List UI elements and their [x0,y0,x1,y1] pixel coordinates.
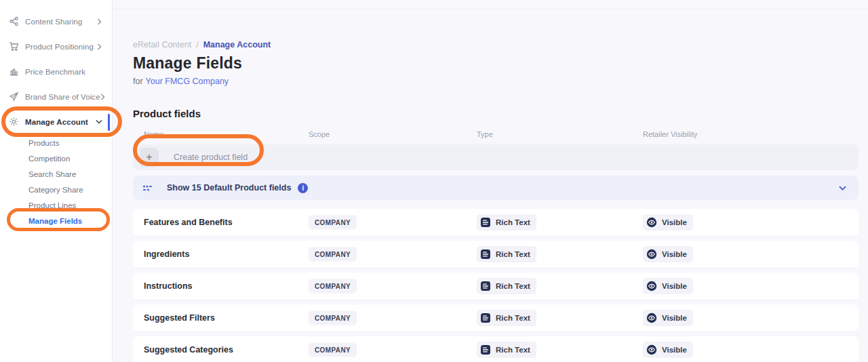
visibility-badge: Visible [643,342,693,358]
visibility-badge: Visible [643,278,693,294]
for-label: for [133,77,143,86]
subitem-label: Manage Fields [28,217,82,225]
chevron-right-icon [96,18,102,25]
scope-badge: COMPANY [309,311,357,325]
eye-icon [646,281,657,291]
scope-badge: COMPANY [309,216,357,230]
table-row[interactable]: Suggested Categories COMPANY Rich Text V… [133,336,859,362]
breadcrumb-separator: / [196,40,198,49]
share-icon [8,16,20,27]
field-name: Ingredients [144,249,189,259]
eye-icon [646,249,657,260]
sidebar-subitem-products[interactable]: Products [0,135,112,150]
rich-text-icon [480,313,491,323]
type-badge: Rich Text [477,310,536,326]
chevron-right-icon [96,43,102,50]
show-default-fields-toggle[interactable]: Show 15 Default Product fields i [133,176,859,200]
bar-chart-icon [8,66,20,77]
table-row[interactable]: Suggested Filters COMPANY Rich Text Visi… [133,304,859,331]
table-row[interactable]: Features and Benefits COMPANY Rich Text … [133,209,859,236]
table-row[interactable]: Instructions COMPANY Rich Text Visible [133,273,859,300]
breadcrumb: eRetail Content / Manage Account [133,40,859,49]
create-product-field-label: Create product field [174,153,248,162]
type-badge: Rich Text [477,214,536,230]
sidebar-item-label: Product Positioning [25,43,96,51]
column-header-scope: Scope [309,130,330,138]
scope-badge: COMPANY [309,343,357,357]
sidebar-item-label: Manage Account [25,118,96,126]
sidebar-item-content-sharing[interactable]: Content Sharing [0,9,112,34]
rich-text-icon [480,281,491,291]
sidebar-subitem-search-share[interactable]: Search Share [0,166,112,182]
page-subtitle: forYour FMCG Company [133,77,859,86]
chevron-down-icon [96,119,102,125]
field-name: Suggested Filters [144,313,215,323]
default-fields-icon [142,184,153,193]
sidebar-item-brand-share-of-voice[interactable]: Brand Share of Voice [0,84,112,109]
create-product-field-row[interactable]: + Create product field [133,144,859,170]
field-name: Features and Benefits [144,218,233,227]
breadcrumb-section: eRetail Content [133,40,191,49]
sidebar-item-label: Price Benchmark [25,68,102,76]
column-header-retailer-visibility: Retailer Visibility [643,130,698,138]
table-row[interactable]: Ingredients COMPANY Rich Text Visible [133,241,859,268]
subitem-label: Category Share [28,186,83,194]
gear-icon [8,116,20,127]
field-name: Suggested Categories [144,345,233,355]
section-title: Product fields [133,108,859,119]
visibility-badge: Visible [643,246,693,262]
subitem-label: Competition [28,155,70,163]
text-cursor-bar [108,114,110,131]
sidebar-item-product-positioning[interactable]: Product Positioning [0,34,112,59]
column-header-type: Type [477,130,493,138]
info-icon[interactable]: i [298,183,308,193]
eye-icon [646,217,657,228]
sidebar-item-price-benchmark[interactable]: Price Benchmark [0,59,112,84]
field-name: Instructions [144,281,193,291]
column-header-name: Name [144,130,163,138]
rich-text-icon [480,344,491,355]
type-badge: Rich Text [477,342,536,358]
sidebar-item-label: Content Sharing [25,18,96,26]
plus-icon[interactable]: + [140,148,159,167]
scope-badge: COMPANY [309,279,357,294]
main-content: eRetail Content / Manage Account Manage … [113,0,868,362]
sidebar: Content Sharing Product Positioning [0,0,113,362]
sidebar-subitem-product-lines[interactable]: Product Lines [0,197,112,213]
page-title: Manage Fields [133,54,859,73]
scope-badge: COMPANY [309,247,357,262]
cart-icon [8,41,20,52]
sidebar-nav: Content Sharing Product Positioning [0,0,112,228]
eye-icon [646,344,657,355]
visibility-badge: Visible [643,214,693,230]
chevron-down-icon[interactable] [839,186,846,190]
subitem-label: Products [28,139,59,147]
visibility-badge: Visible [643,310,693,326]
top-divider [113,0,868,9]
subitem-label: Product Lines [28,201,76,209]
product-fields-table: Features and Benefits COMPANY Rich Text … [133,209,859,362]
type-badge: Rich Text [477,278,536,294]
sidebar-item-manage-account[interactable]: Manage Account [0,109,112,134]
eye-icon [646,313,657,323]
breadcrumb-current-link[interactable]: Manage Account [203,40,271,49]
sidebar-item-label: Brand Share of Voice [25,93,100,101]
subitem-label: Search Share [28,170,76,178]
paper-plane-icon [8,91,20,102]
show-default-fields-label: Show 15 Default Product fields [167,183,291,193]
type-badge: Rich Text [477,246,536,262]
sidebar-subitem-competition[interactable]: Competition [0,150,112,166]
sidebar-subitem-manage-fields[interactable]: Manage Fields [0,213,112,228]
rich-text-icon [480,217,491,228]
manage-account-submenu: Products Competition Search Share Catego… [0,135,112,228]
sidebar-subitem-category-share[interactable]: Category Share [0,182,112,197]
rich-text-icon [480,249,491,260]
chevron-right-icon [100,94,105,100]
company-link[interactable]: Your FMCG Company [146,77,229,86]
table-header-row: Name Scope Type Retailer Visibility [133,130,859,139]
